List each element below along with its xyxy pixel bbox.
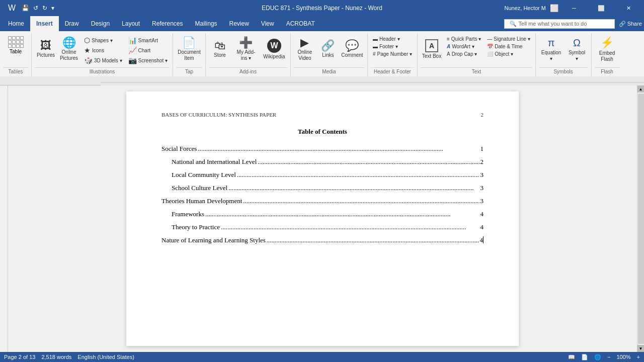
online-pictures-icon: 🌐 [62,37,76,48]
text-box-icon: A [425,39,438,52]
online-pictures-button[interactable]: 🌐 OnlinePictures [58,34,80,64]
equation-button[interactable]: π Equation ▾ [539,34,564,64]
page-header-title: BASES OF CURRICULUM: SYNTHESIS PAPER [162,112,276,118]
title-bar: W 💾 ↺ ↻ ▾ EDUC 871 - Synthesis Paper - N… [0,0,644,16]
signature-line-button[interactable]: — Signature Line ▾ [485,35,532,43]
title-bar-right: Nunez, Hector M ⬜ ─ ⬜ ✕ [504,0,640,16]
object-button[interactable]: ⬜ Object ▾ [485,50,532,58]
tab-home[interactable]: Home [2,16,30,31]
document-item-button[interactable]: 📄 DocumentItem [176,34,202,64]
comment-button[interactable]: 💬 Comment [340,34,364,64]
share-button[interactable]: 🔗 Share [619,21,642,27]
svg-rect-0 [101,76,644,85]
chart-button[interactable]: 📈 Chart [126,45,170,55]
pictures-button[interactable]: 🖼 Pictures [35,34,57,64]
ribbon-group-symbols: π Equation ▾ Ω Symbol ▾ Symbols [536,33,592,76]
smartart-button[interactable]: 📊 SmartArt [126,35,170,45]
shapes-button[interactable]: ⬡ Shapes ▾ [82,35,124,45]
symbols-group-label: Symbols [539,67,588,75]
document-area[interactable]: BASES OF CURRICULUM: SYNTHESIS PAPER 2 T… [8,85,637,352]
online-video-button[interactable]: ▶ OnlineVideo [294,34,316,64]
symbol-icon: Ω [573,37,581,49]
text-box-button[interactable]: A Text Box [421,34,443,64]
header-button[interactable]: ▬ Header ▾ [371,35,414,43]
save-button[interactable]: 💾 [21,4,30,13]
redo-button[interactable]: ↻ [41,4,48,13]
comment-icon: 💬 [345,40,359,51]
close-button[interactable]: ✕ [617,0,640,16]
online-video-icon: ▶ [300,37,309,48]
scroll-thumb[interactable] [638,94,644,344]
tab-mailings[interactable]: Mailings [189,16,223,31]
footer-button[interactable]: ▬ Footer ▾ [371,43,414,50]
links-icon: 🔗 [321,40,335,51]
zoom-out-button[interactable]: − [607,354,610,360]
table-icon [8,36,24,48]
toc-container: Social Forces...........................… [162,145,484,244]
equation-icon: π [548,37,555,49]
my-addins-button[interactable]: ➕ My Add-ins ▾ [233,34,259,64]
footer-icon: ▬ [373,44,378,49]
window-title: EDUC 871 - Synthesis Paper - Nunez - Wor… [262,5,382,12]
dropcap-button[interactable]: A Drop Cap ▾ [445,50,483,58]
tab-acrobat[interactable]: ACROBAT [280,16,321,31]
text-col: ≡ Quick Parts ▾ A WordArt ▾ A Drop Cap ▾ [445,34,483,59]
view-mode-read[interactable]: 📖 [568,354,575,360]
tab-references[interactable]: References [146,16,189,31]
embed-flash-button[interactable]: ⚡ Embed Flash [595,34,620,64]
tab-design[interactable]: Design [85,16,116,31]
title-bar-left: W 💾 ↺ ↻ ▾ [4,3,58,14]
zoom-level: 100% [616,354,630,360]
toc-entry-text: Frameworks [172,210,204,218]
toc-entry: Local Community Level...................… [172,171,484,179]
links-button[interactable]: 🔗 Links [318,34,338,64]
toc-entry-dots: ........................................… [237,171,479,179]
text-items: A Text Box ≡ Quick Parts ▾ A WordArt ▾ A… [421,34,532,66]
scroll-down-button[interactable]: ▼ [637,345,645,352]
tables-items: Table [3,34,28,66]
page-number-button[interactable]: # Page Number ▾ [371,50,414,58]
zoom-in-button[interactable]: + [637,354,640,360]
toc-entry-page: 2 [480,158,484,166]
table-button[interactable]: Table [3,34,28,56]
view-mode-print[interactable]: 📄 [581,354,588,360]
store-button[interactable]: 🛍 Store [209,34,231,64]
ribbon-search[interactable]: 🔍 Tell me what you want to do [504,19,615,29]
pictures-icon: 🖼 [40,40,51,51]
restore-button[interactable]: ⬜ [590,0,613,16]
object-icon: ⬜ [487,51,493,57]
wikipedia-button[interactable]: W Wikipedia [261,34,287,64]
tab-draw[interactable]: Draw [59,16,85,31]
ribbon-group-tap: 📄 DocumentItem Tap [173,33,206,76]
word-count: 2,518 words [41,354,71,360]
ribbon-display-options[interactable]: ⬜ [550,4,558,12]
quick-access-toolbar: W 💾 ↺ ↻ ▾ [4,3,58,14]
toc-entry-text: National and International Level [172,158,257,166]
quick-parts-button[interactable]: ≡ Quick Parts ▾ [445,35,483,43]
tab-insert[interactable]: Insert [30,16,59,31]
status-bar-left: Page 2 of 13 2,518 words English (United… [4,354,134,360]
vertical-scrollbar[interactable]: ▲ ▼ [637,85,644,352]
3d-models-button[interactable]: 🎲 3D Models ▾ [82,55,124,65]
tab-review[interactable]: Review [223,16,255,31]
icons-button[interactable]: ★ Icons [82,45,124,55]
screenshot-button[interactable]: 📷 Screenshot ▾ [126,55,170,65]
symbol-button[interactable]: Ω Symbol ▾ [566,34,588,64]
tables-group-label: Tables [3,67,28,75]
addins-group-label: Add-ins [209,67,287,75]
date-time-button[interactable]: 📅 Date & Time [485,43,532,50]
wordart-button[interactable]: A WordArt ▾ [445,43,483,50]
toc-entry-dots: ........................................… [221,223,479,231]
toc-entry-dots: ........................................… [205,210,479,218]
status-bar-right: 📖 📄 🌐 − 100% + [568,354,640,360]
wikipedia-icon: W [267,39,281,53]
minimize-button[interactable]: ─ [562,0,586,16]
ribbon-group-addins: 🛍 Store ➕ My Add-ins ▾ W Wikipedia Add-i… [206,33,291,76]
customize-qat-button[interactable]: ▾ [50,4,55,13]
scroll-up-button[interactable]: ▲ [637,85,645,93]
undo-button[interactable]: ↺ [32,4,39,13]
symbols-items: π Equation ▾ Ω Symbol ▾ [539,34,588,66]
view-mode-web[interactable]: 🌐 [594,354,601,360]
tab-view[interactable]: View [255,16,280,31]
tab-layout[interactable]: Layout [116,16,146,31]
